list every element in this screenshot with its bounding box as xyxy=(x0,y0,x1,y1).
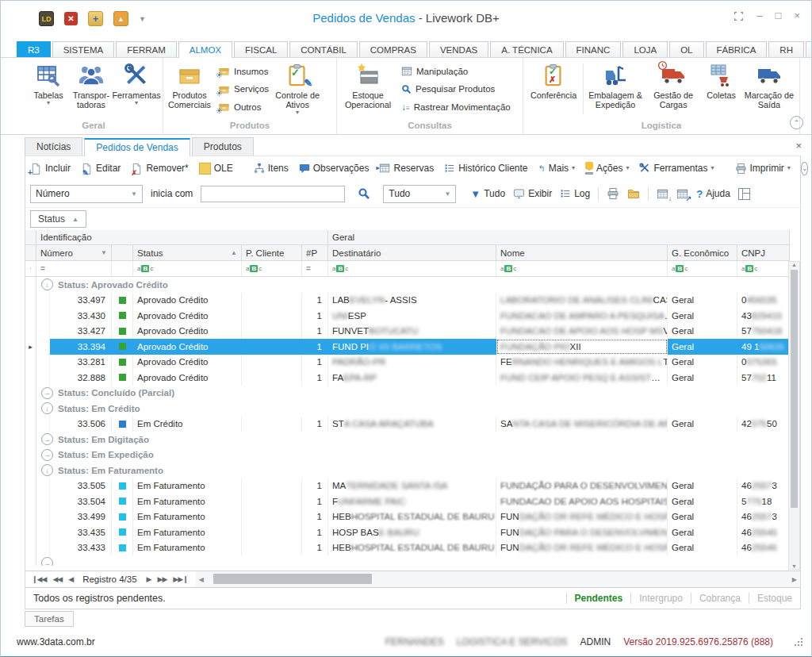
ribbon-tab-contabil[interactable]: CONTÁBIL xyxy=(289,41,358,57)
tudo-button[interactable]: ▼Tudo xyxy=(470,188,505,200)
mais-button[interactable]: ↰Mais▾ xyxy=(538,163,576,174)
ribbon-tab-vendas[interactable]: VENDAS xyxy=(429,41,488,57)
expand-group-icon[interactable]: → xyxy=(41,387,53,399)
table-row[interactable]: 33.435 Em Faturamento 1 HOSP BASE BAURU … xyxy=(25,524,790,540)
search-scope-select[interactable]: Tudo▼ xyxy=(383,185,456,203)
prev-page-button[interactable]: ◀◀ xyxy=(49,575,65,583)
embalagem-expedicao-button[interactable]: Embalagem & Expedição xyxy=(585,60,645,117)
table-row[interactable]: 33.433 Em Faturamento 1 HEB HOSPITAL EST… xyxy=(25,540,790,556)
horizontal-scrollbar[interactable]: ◀ ▶ xyxy=(196,571,800,587)
table-row[interactable]: 33.506 Em Crédito 1 STA CASA ARAÇATUBA S… xyxy=(25,417,790,432)
marcacao-saida-button[interactable]: Marcação de Saída xyxy=(741,60,797,117)
filter-p-cliente[interactable]: aBc xyxy=(242,261,302,276)
collapse-group-icon[interactable]: ↓ xyxy=(41,279,53,290)
ferramentas-menu-button[interactable]: Ferramentas▾ xyxy=(639,163,714,174)
ribbon-tab-r3[interactable]: R3 xyxy=(17,41,51,57)
itens-button[interactable]: Itens xyxy=(254,163,289,174)
first-record-button[interactable]: ❙◀◀ xyxy=(29,575,49,583)
expand-group-icon[interactable]: → xyxy=(41,433,53,445)
view-estoque[interactable]: Estoque xyxy=(757,593,792,604)
ribbon-tab-loja[interactable]: LOJA xyxy=(622,41,668,57)
band-geral[interactable]: Geral xyxy=(328,230,790,245)
search-input[interactable] xyxy=(201,186,345,202)
last-record-button[interactable]: ▶▶❙ xyxy=(170,575,190,583)
table-row-selected[interactable]: ▸ 33.394 Aprovado Crédito 1 FUND PIO XII… xyxy=(25,339,790,355)
minimize-button[interactable]: – xyxy=(756,10,762,21)
imprimir-button[interactable]: Imprimir▾ xyxy=(735,163,791,175)
scroll-left-icon[interactable]: ◀ xyxy=(196,576,207,583)
scroll-down-icon[interactable]: ▼ xyxy=(791,563,797,569)
ribbon-tab-ol[interactable]: OL xyxy=(669,41,703,57)
ribbon-tab-almox[interactable]: ALMOX xyxy=(178,41,232,58)
table-row[interactable]: 33.427 Aprovado Crédito 1 FUNVET BOTUCAT… xyxy=(25,324,790,340)
tab-pedidos-de-vendas[interactable]: Pedidos de Vendas xyxy=(84,138,190,156)
table-row[interactable]: 33.499 Em Faturamento 1 HEB HOSPITAL EST… xyxy=(25,509,790,525)
filter-cnpj[interactable]: aBc xyxy=(737,261,790,276)
maximize-button[interactable]: □ xyxy=(776,10,782,21)
produtos-comerciais-button[interactable]: Produtos Comerciais xyxy=(166,60,213,117)
layout-button[interactable] xyxy=(738,188,750,200)
fullscreen-button[interactable] xyxy=(733,10,744,21)
next-page-button[interactable]: ▶▶ xyxy=(154,575,170,583)
acoes-button[interactable]: Ações▾ xyxy=(585,162,629,175)
collapse-group-icon[interactable]: ↓ xyxy=(41,402,53,414)
ribbon-collapse-button[interactable]: ⌃ xyxy=(790,116,803,129)
search-button[interactable] xyxy=(358,187,370,200)
ribbon-tab-compras[interactable]: COMPRAS xyxy=(359,41,427,57)
tab-noticias[interactable]: Notícias xyxy=(25,137,82,156)
col-status-color[interactable] xyxy=(112,245,133,261)
insumos-button[interactable]: Insumos xyxy=(218,64,269,79)
group-row-em-faturamento[interactable]: ↓Status: Em Faturamento xyxy=(25,463,790,478)
col-nome[interactable]: Nome xyxy=(496,245,668,261)
group-row-em-expedicao[interactable]: →Status: Em Expedição xyxy=(25,448,790,463)
coletas-button[interactable]: Coletas xyxy=(701,60,741,117)
filter-nome[interactable]: aBc xyxy=(496,261,668,276)
next-record-button[interactable]: ▶ xyxy=(144,575,155,583)
historico-cliente-button[interactable]: Histórico Cliente xyxy=(444,163,527,174)
document-close-icon[interactable]: × xyxy=(795,140,802,152)
ribbon-tab-sistema[interactable]: SISTEMA xyxy=(52,41,114,57)
ribbon-tab-fiscal[interactable]: FISCAL xyxy=(234,41,288,57)
table-row[interactable]: 33.505 Em Faturamento 1 MATERNIDADE SANT… xyxy=(25,478,790,494)
toolbar-overflow-button[interactable]: ⌄ xyxy=(801,162,809,175)
scroll-right-icon[interactable]: ▶ xyxy=(789,576,800,583)
editar-button[interactable]: ✎Editar xyxy=(81,163,121,175)
remover-button[interactable]: ✗Remover* xyxy=(131,163,188,175)
grid-export-down-button[interactable]: ↓ xyxy=(657,187,668,199)
estoque-operacional-button[interactable]: Estoque Operacional xyxy=(339,60,396,117)
scrollbar-thumb[interactable] xyxy=(791,270,798,508)
log-button[interactable]: Log xyxy=(560,188,590,199)
gestao-cargas-button[interactable]: Gestão de Cargas xyxy=(645,60,701,117)
table-row[interactable]: 33.504 Em Faturamento 1 FUNFARME PAIC FU… xyxy=(25,494,790,509)
table-row[interactable]: 32.888 Aprovado Crédito 1 FAEPA-RP FUND … xyxy=(25,370,790,386)
reservas-button[interactable]: ▸Reservas xyxy=(379,163,434,174)
table-row[interactable]: 33.497 Aprovado Crédito 1 LAB EVELYN - A… xyxy=(25,293,790,309)
filter-destinatario[interactable]: aBc xyxy=(328,261,496,276)
filter-status[interactable]: aBc xyxy=(133,261,242,276)
band-identificacao[interactable]: Identificação xyxy=(36,230,328,245)
group-row-aprovado-credito[interactable]: ↓Status: Aprovado Crédito xyxy=(25,277,790,293)
col-status[interactable]: Status▲ xyxy=(133,245,242,261)
col-num-p[interactable]: #P xyxy=(302,245,328,261)
resize-grip[interactable] xyxy=(794,637,803,647)
servicos-button[interactable]: Serviços xyxy=(218,82,269,96)
tabelas-button[interactable]: Tabelas▾ xyxy=(27,60,70,117)
ribbon-tab-ferram[interactable]: FERRAM xyxy=(116,41,177,57)
col-destinatario[interactable]: Destinatário xyxy=(328,245,496,261)
col-cnpj[interactable]: CNPJ xyxy=(737,245,790,261)
ribbon-tab-fabrica[interactable]: FÁBRICA xyxy=(706,41,768,57)
grid-export-next-button[interactable]: ↗ xyxy=(676,187,688,199)
scrollbar-thumb[interactable] xyxy=(213,574,372,584)
ribbon-tab-atecnica[interactable]: A. TÉCNICA xyxy=(490,41,563,57)
close-button[interactable]: × xyxy=(794,10,800,21)
ferramentas-button[interactable]: Ferramentas▾ xyxy=(113,60,160,117)
search-field-select[interactable]: Número▼ xyxy=(30,185,143,203)
tab-produtos[interactable]: Produtos xyxy=(192,137,254,156)
manipulacao-button[interactable]: Manipulação xyxy=(401,64,511,79)
view-pendentes[interactable]: Pendentes xyxy=(575,593,623,604)
prev-record-button[interactable]: ◀ xyxy=(65,575,76,583)
expand-group-icon[interactable]: → xyxy=(41,449,53,461)
group-row-em-credito[interactable]: ↓Status: Em Crédito xyxy=(25,401,790,417)
vertical-scrollbar[interactable]: ▲ ▼ xyxy=(788,261,800,570)
group-by-chip-status[interactable]: Status▲ xyxy=(30,210,86,228)
